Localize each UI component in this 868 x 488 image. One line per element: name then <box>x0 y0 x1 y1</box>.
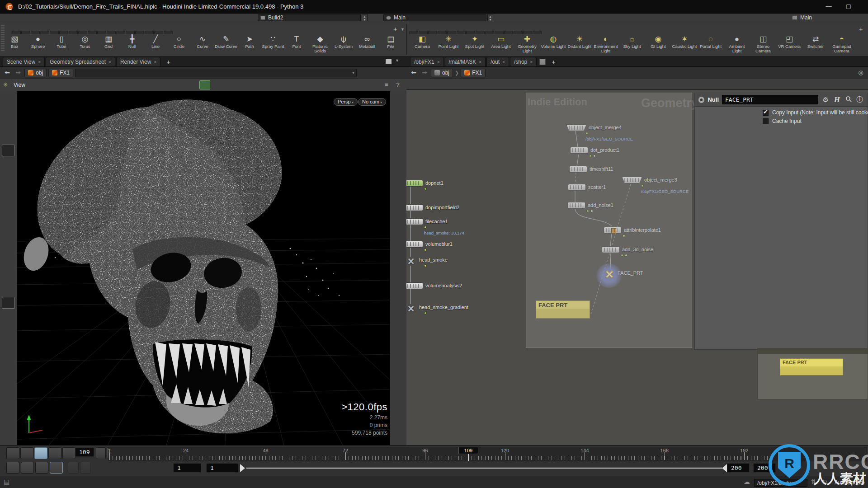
menu-item[interactable] <box>4 14 14 14</box>
parameter-row[interactable]: Copy Input (Note: Input will be still co… <box>763 109 868 116</box>
shelf-tool[interactable]: ☀ Distant Light <box>566 35 593 54</box>
scene-selector-spinner[interactable]: ▲▼ <box>487 14 493 21</box>
sticky-note[interactable]: FACE PRT <box>780 358 843 375</box>
shelf-tab[interactable] <box>135 31 144 34</box>
network-menu-item[interactable] <box>427 84 436 85</box>
pin-icon[interactable]: ◎ <box>856 69 865 77</box>
shelf-tab[interactable] <box>164 31 173 34</box>
network-menu-item[interactable] <box>472 84 481 85</box>
network-menu-item[interactable] <box>436 84 445 85</box>
shelf-tool[interactable]: ╱ Line <box>144 35 167 54</box>
close-tab-icon[interactable]: × <box>108 60 111 65</box>
menu-item[interactable] <box>43 14 53 14</box>
shelf-tab[interactable] <box>476 31 485 34</box>
checkbox[interactable] <box>763 110 769 116</box>
node-shape[interactable] <box>406 204 423 211</box>
shelf-tab[interactable] <box>31 31 40 34</box>
playback-range-slider[interactable] <box>246 468 722 469</box>
network-menu-item[interactable] <box>463 84 472 85</box>
range-end-field-2[interactable]: 200 <box>753 463 776 473</box>
shelf-tab[interactable] <box>154 31 163 34</box>
scene-viewport[interactable]: Persp No cam >120.0fps 2.27ms 0 prims 59… <box>0 91 406 445</box>
shelf-tab[interactable] <box>116 31 125 34</box>
shelf-tool[interactable]: ∿ Curve <box>191 35 214 54</box>
network-node[interactable]: volumeanalysis2 <box>406 282 462 289</box>
node-shape[interactable] <box>406 304 417 314</box>
shelf-tab[interactable] <box>428 31 437 34</box>
shelf-tool[interactable]: ∵ Spray Paint <box>261 35 285 54</box>
houdini-help-icon[interactable]: H <box>833 95 841 104</box>
shelf-tool[interactable]: ◆ Platonic Solids <box>308 35 332 54</box>
update-mode-dropdown[interactable]: Auto Update <box>835 479 865 486</box>
shelf-tool[interactable]: ▤ File <box>379 35 402 54</box>
forward-arrow-icon[interactable]: ➡ <box>14 69 23 77</box>
shelf-tab[interactable] <box>514 31 523 34</box>
minimize-button[interactable]: — <box>822 2 835 11</box>
path-combo[interactable] <box>75 69 357 77</box>
shelf-tab[interactable] <box>78 31 87 34</box>
maximize-button[interactable]: ▢ <box>842 2 855 11</box>
shelf-tab[interactable] <box>97 31 106 34</box>
pane-tab[interactable]: /out× <box>486 57 509 66</box>
network-node[interactable]: volumeblur1 <box>406 241 453 248</box>
shelf-tool[interactable]: ◰ VR Camera <box>776 35 802 54</box>
shelf-tab[interactable] <box>107 31 116 34</box>
shelf-tool[interactable]: ╋ Null <box>120 35 144 54</box>
close-tab-icon[interactable]: × <box>437 60 440 65</box>
shelf-tool[interactable]: ☼ Sky Light <box>619 35 645 54</box>
menu-item[interactable] <box>14 14 24 14</box>
shelf-tool[interactable]: ◐ Environment Light <box>593 35 619 54</box>
node-shape[interactable] <box>406 282 423 289</box>
shelf-tool[interactable]: ◌ Portal Light <box>698 35 724 54</box>
shelf-tab[interactable] <box>438 31 447 34</box>
close-tab-icon[interactable]: × <box>530 60 533 65</box>
breadcrumb-item[interactable]: obj <box>431 69 453 77</box>
node-badge-icon[interactable] <box>698 97 704 103</box>
network-node[interactable]: filecache1 head_smoke: 33,174 <box>406 218 448 225</box>
close-tab-icon[interactable]: × <box>38 60 41 65</box>
shelf-tool[interactable]: ➤ Path <box>238 35 261 54</box>
memory-usage-icon[interactable]: ☁ <box>744 478 750 485</box>
network-menu-item[interactable] <box>445 84 454 85</box>
shelf-tool[interactable]: ◎ Torus <box>73 35 97 54</box>
breadcrumb-item[interactable]: obj <box>24 69 47 77</box>
shelf-tool[interactable]: ▭ Area Light <box>488 35 514 54</box>
gear-icon[interactable]: ⚙ <box>821 96 830 104</box>
shelf-tab[interactable] <box>88 31 97 34</box>
shelf-tab[interactable] <box>485 31 494 34</box>
shelf-tool[interactable]: ✚ Geometry Light <box>514 35 540 54</box>
node-shape[interactable] <box>406 257 417 267</box>
frame-ruler[interactable]: 124487296120144168192 109 <box>108 447 867 461</box>
shelf-tab[interactable] <box>145 31 154 34</box>
camera-dropdown[interactable]: No cam <box>358 98 386 106</box>
shelf-tab[interactable] <box>50 31 59 34</box>
shelf-tool[interactable]: ⇄ Switcher <box>802 35 829 54</box>
shelf-tool[interactable]: ▦ Grid <box>97 35 120 54</box>
range-start-handle[interactable] <box>240 464 245 472</box>
current-frame-field[interactable]: 109 <box>75 447 94 457</box>
network-node[interactable]: dopimportfield2 <box>406 204 459 211</box>
view-type-dropdown[interactable]: Persp <box>334 98 358 106</box>
pane-tab[interactable]: Scene View× <box>3 57 45 66</box>
shelf-tool[interactable]: ◍ Volume Light <box>540 35 566 54</box>
back-arrow-icon[interactable]: ⬅ <box>409 69 418 77</box>
shelf-tool[interactable]: ✎ Draw Curve <box>214 35 238 54</box>
shelf-tab[interactable] <box>523 31 532 34</box>
pane-tab[interactable]: /shop× <box>510 57 537 66</box>
network-node[interactable]: head_smoke <box>406 257 448 267</box>
network-menu-item[interactable] <box>418 84 427 85</box>
viewport-canvas[interactable] <box>17 91 390 445</box>
display-options-icon[interactable]: ≡ <box>381 80 392 89</box>
checkbox[interactable] <box>763 118 769 124</box>
node-name-field[interactable]: FACE_PRT <box>722 95 818 104</box>
back-arrow-icon[interactable]: ⬅ <box>3 69 12 77</box>
shelf-tab[interactable] <box>457 31 466 34</box>
info-icon[interactable]: ⓘ <box>856 95 864 104</box>
breadcrumb-item[interactable]: FX1 <box>461 69 486 77</box>
parameter-row[interactable]: Cache Input <box>763 118 802 124</box>
node-shape[interactable] <box>406 241 423 248</box>
shelf-tool[interactable]: ▧ Box <box>3 35 26 54</box>
shelf-tool[interactable]: ✦ Spot Light <box>462 35 488 54</box>
tab-snapshot-icon[interactable] <box>539 59 546 65</box>
range-end-handle[interactable] <box>722 464 727 472</box>
